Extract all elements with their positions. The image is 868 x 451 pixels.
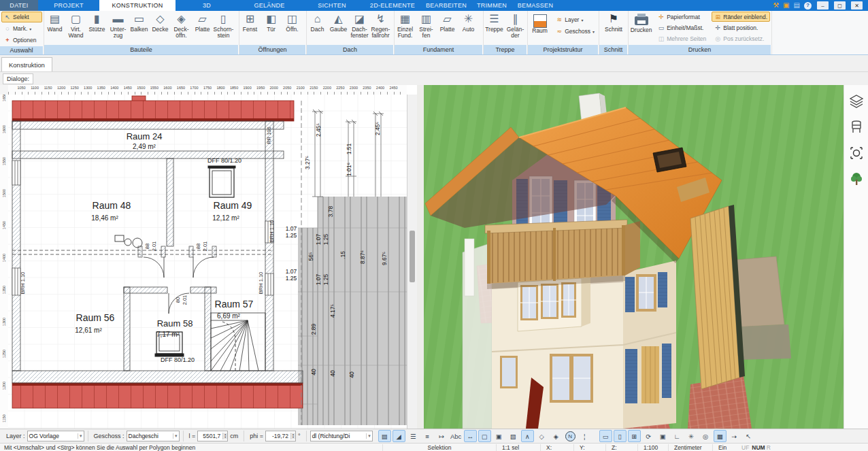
raender-einblenden-button[interactable]: ⊞ Ränder einblend. (712, 12, 770, 22)
streifenfundament-button[interactable]: ▥Strei-fen (416, 11, 437, 45)
tab-2d-elemente[interactable]: 2D-ELEMENTE (363, 0, 422, 11)
geschoss-select[interactable]: Dachgeschi ▾ (127, 431, 180, 441)
roof-planes-icon[interactable]: ◇ (535, 430, 548, 442)
unterzug-button[interactable]: ▬Unter-zug (107, 11, 129, 45)
ruler-tick: 1700 (187, 86, 201, 90)
grid-toggle-icon[interactable]: ▦ (714, 430, 727, 442)
dashed-arrow-icon[interactable]: ⇢ (728, 430, 741, 442)
object-preview-icon[interactable]: ▧ (507, 430, 520, 442)
spinner-arrows[interactable]: ▲▼ (222, 433, 227, 439)
plan-vertical-scrollbar[interactable] (407, 95, 418, 429)
print-preview-icon[interactable]: ▤ (794, 2, 800, 9)
tab-konstruktion[interactable]: KONSTRUKTION (99, 0, 176, 11)
document-tab-konstruktion[interactable]: Konstruktion (1, 57, 52, 71)
close-button[interactable]: ✕ (851, 1, 863, 10)
tab-datei[interactable]: DATEI (0, 0, 38, 11)
refresh-view-icon[interactable]: ⟳ (642, 430, 655, 442)
line-thickness-icon[interactable]: ☰ (407, 430, 420, 442)
blatt-position-button[interactable]: ✛ Blatt position. (712, 22, 770, 33)
tab-bemassen[interactable]: BEMASSEN (513, 0, 558, 11)
page-toggle-icon[interactable]: ▯ (614, 430, 627, 442)
platte-button[interactable]: ▱Platte (192, 11, 213, 45)
image-icon[interactable]: ▣ (656, 430, 669, 442)
north-icon[interactable]: N (565, 431, 575, 441)
plan-text: 88 (195, 244, 201, 249)
window-layout-icon[interactable]: ⊞ (628, 430, 641, 442)
treppe-button[interactable]: ☰Treppe (484, 11, 505, 45)
tab-trimmen[interactable]: TRIMMEN (471, 0, 513, 11)
tab-gelaende[interactable]: GELÄNDE (238, 0, 301, 11)
dach-button[interactable]: ⌂Dach (307, 11, 328, 45)
vegetation-icon[interactable] (847, 169, 866, 188)
archive-icon[interactable]: ▣ (783, 2, 789, 9)
minimize-button[interactable]: – (817, 1, 829, 10)
raum-button[interactable]: Raum (528, 11, 552, 45)
line-style-icon[interactable]: ≡ (421, 430, 434, 442)
tab-bearbeiten[interactable]: BEARBEITEN (422, 0, 471, 11)
help-icon[interactable]: ? (804, 2, 812, 10)
tools-icon[interactable]: ⚒ (773, 2, 779, 9)
virt-wand-button[interactable]: ▢Virt.Wand (65, 11, 86, 45)
tab-projekt[interactable]: PROJEKT (38, 0, 99, 11)
plan-text: 2.45⁵ (315, 123, 322, 137)
tab-sichten[interactable]: SICHTEN (301, 0, 363, 11)
stuetze-button[interactable]: ▮Stütze (86, 11, 107, 45)
optionen-button[interactable]: + Optionen (1, 35, 42, 46)
einzelfundament-button[interactable]: ▦EinzelFund. (395, 11, 416, 45)
virt-wand-icon: ▢ (71, 13, 81, 27)
decke-button[interactable]: ◇Decke (150, 11, 171, 45)
select-page-icon[interactable]: ↖ (742, 430, 755, 442)
oeffnung-button[interactable]: ◫Öffn. (282, 11, 303, 45)
plattenfundament-button[interactable]: ▱Platte (437, 11, 458, 45)
layer-button[interactable]: ≋ Layer ▾ (553, 14, 597, 25)
plane-icon[interactable]: ◈ (550, 430, 563, 442)
frame-icon[interactable]: ▣ (493, 430, 505, 442)
geschoss-button[interactable]: ≂ Geschoss ▾ (553, 26, 597, 37)
papierformat-button[interactable]: ✛ Papierformat (655, 12, 709, 22)
layer-visibility-icon[interactable]: ▤ (378, 430, 391, 442)
scrollbar-thumb[interactable] (410, 231, 415, 282)
deckoeffnung-button[interactable]: ◈Deck-öffn. (171, 11, 192, 45)
balken-button[interactable]: ▭Balken (129, 11, 150, 45)
drucken-button[interactable]: Drucken (629, 11, 654, 45)
layer-select[interactable]: OG Vorlage ▾ (27, 431, 84, 441)
fenster-button[interactable]: ⊞Fenst (239, 11, 261, 45)
gelaender-button[interactable]: ∥Gelän-der (505, 11, 526, 45)
selection-marquee-icon[interactable]: ▢ (478, 430, 491, 442)
roof-view-icon[interactable]: ∧ (521, 430, 534, 442)
gaube-button[interactable]: ◭Gaube (328, 11, 349, 45)
house-3d-view[interactable] (424, 85, 844, 429)
regenfallrohr-button[interactable]: ↯Regen-fallrohr (370, 11, 391, 45)
einheit-massstab-button[interactable]: ▭ Einheit/Maßst. (655, 22, 709, 33)
restore-button[interactable]: ◻ (834, 1, 846, 10)
spinner-arrows[interactable]: ▲▼ (290, 433, 295, 439)
dimension-line-icon[interactable]: ↦ (435, 430, 448, 442)
wand-icon: ▤ (50, 13, 60, 27)
selekt-button[interactable]: ↖ Selekt (1, 12, 42, 22)
wand-button[interactable]: ▤Wand (44, 11, 65, 45)
schnitt-button[interactable]: ⚑ Schnitt (599, 11, 628, 45)
corner-icon[interactable]: ∟ (671, 430, 684, 442)
text-display-icon[interactable]: Abc (450, 430, 463, 442)
dachfenster-button[interactable]: ◪Dach-fenster (349, 11, 370, 45)
orbit-3d-icon[interactable] (847, 144, 866, 163)
brightness-icon[interactable]: ✳ (685, 430, 698, 442)
schornstein-button[interactable]: ▯Schorn-stein (213, 11, 234, 45)
furniture-icon[interactable] (847, 118, 866, 137)
layer-stack-icon[interactable] (847, 92, 866, 111)
phi-input[interactable]: -19,72 ▲▼ (265, 431, 296, 441)
ruler-toggle-icon[interactable]: ▭ (599, 430, 612, 442)
markieren-button[interactable]: ◌ Mark. ▾ (1, 23, 42, 34)
target-icon[interactable]: ◎ (699, 430, 712, 442)
measure-icon[interactable]: ↔ (464, 430, 477, 442)
direction-select[interactable]: dl (Richtung/Di ▾ (310, 431, 373, 441)
tab-3d[interactable]: 3D (176, 0, 238, 11)
ruler-tick: 1200 (54, 86, 68, 90)
tuer-button[interactable]: ◧Tür (261, 11, 282, 45)
roof-display-icon[interactable]: ◢ (393, 430, 405, 442)
floorplan-2d-view[interactable]: Raum 242,49 m²Raum 4818,46 m²Raum 4912,1… (8, 95, 407, 429)
ruler-tick: 1500 (134, 86, 148, 90)
priority-icon[interactable]: ¦ (578, 430, 591, 442)
length-input[interactable]: 5501,7 ▲▼ (197, 431, 228, 441)
auto-fundament-button[interactable]: ✳Auto (458, 11, 479, 45)
